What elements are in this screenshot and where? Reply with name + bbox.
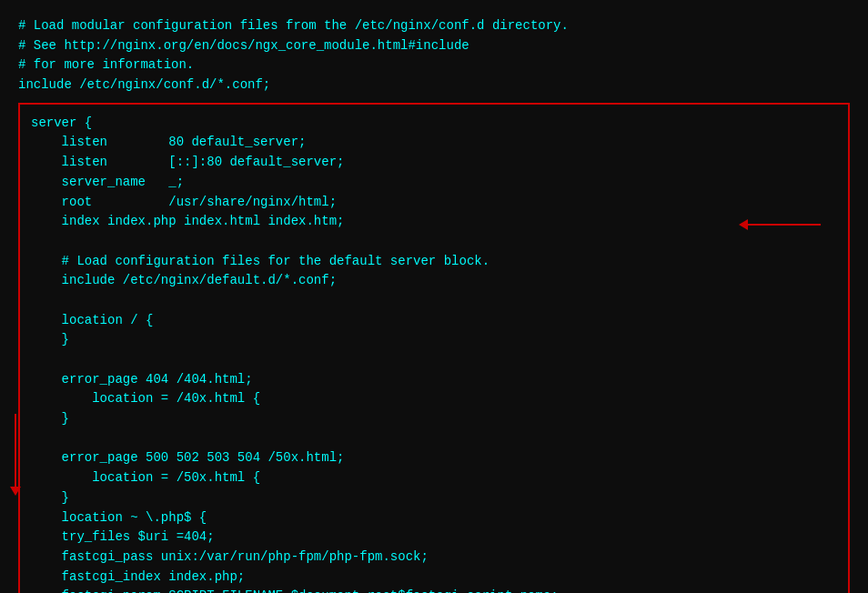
arrow-line-horizontal (748, 224, 821, 226)
location-php-open: location ~ \.php$ { (31, 508, 837, 528)
fastcgi-pass-line: fastcgi_pass unix:/var/run/php-fpm/php-f… (31, 548, 837, 568)
location500-open: location = /50x.html { (31, 468, 837, 488)
top-section: # Load modular configuration files from … (18, 16, 850, 95)
location1-close: } (31, 330, 837, 350)
listen-line-1: listen 80 default_server; (31, 133, 837, 153)
arrow-head-left (739, 219, 748, 230)
error404-line: error_page 404 /404.html; (31, 370, 837, 390)
location404-open: location = /40x.html { (31, 389, 837, 409)
comment-line-1: # Load modular configuration files from … (18, 16, 850, 36)
include-line-2: include /etc/nginx/default.d/*.conf; (31, 271, 837, 291)
server-open: server { (31, 114, 837, 134)
arrow-head-down (10, 487, 21, 496)
listen-line-2: listen [::]:80 default_server; (31, 153, 837, 173)
comment-line-3: # for more information. (18, 55, 850, 75)
blank-2 (31, 291, 837, 311)
location404-close: } (31, 409, 837, 429)
location500-close: } (31, 488, 837, 508)
error500-line: error_page 500 502 503 504 /50x.html; (31, 448, 837, 468)
server-name-line: server_name _; (31, 173, 837, 193)
fastcgi-index-line: fastcgi_index index.php; (31, 568, 837, 588)
comment-line-4: # Load configuration files for the defau… (31, 252, 837, 272)
location1-open: location / { (31, 311, 837, 331)
fastcgi-param-line: fastcgi_param SCRIPT_FILENAME $document_… (31, 587, 837, 593)
index-line: index index.php index.html index.htm; (31, 212, 837, 232)
arrow-line-vertical (15, 414, 16, 487)
root-line: root /usr/share/nginx/html; (31, 193, 837, 213)
top-include-line: include /etc/nginx/conf.d/*.conf; (18, 75, 850, 95)
arrow-down-container (7, 414, 21, 496)
blank-4 (31, 429, 837, 449)
blank-3 (31, 350, 837, 370)
comment-line-2: # See http://nginx.org/en/docs/ngx_core_… (18, 36, 850, 56)
blank-1 (31, 232, 837, 252)
arrow-right (739, 219, 821, 230)
code-editor: # Load modular configuration files from … (9, 9, 859, 593)
try-files-line: try_files $uri =404; (31, 528, 837, 548)
server-block: server { listen 80 default_server; liste… (18, 103, 850, 593)
